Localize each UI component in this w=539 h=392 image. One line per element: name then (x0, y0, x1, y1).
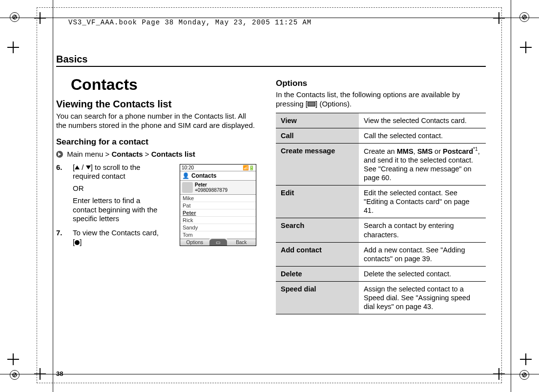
subheading-searching: Searching for a contact (56, 137, 256, 147)
options-intro-a: In the Contacts list, the following opti… (276, 90, 460, 108)
phone-time: 10:20 (182, 165, 194, 170)
softkey-mid: ▭ (209, 239, 227, 246)
nav-arrow-icon (56, 151, 63, 158)
select-key-icon (75, 240, 80, 245)
list-item: Mike (180, 195, 256, 202)
opt-val: Edit the selected contact. See "Editing … (359, 186, 486, 218)
nav-b2: Contacts list (151, 150, 195, 158)
list-item: Rick (180, 217, 256, 224)
opt-key: Add contact (276, 242, 359, 266)
crosshair-mbl (7, 353, 19, 365)
preview-number: +09809887879 (195, 187, 228, 193)
opt-val: Call the selected contact. (359, 128, 486, 143)
nav-sep: > (145, 150, 149, 158)
table-row: Add contactAdd a new contact. See "Addin… (276, 242, 486, 266)
page-number: 38 (56, 370, 63, 377)
softkey-left: Options (180, 239, 209, 246)
book-header: VS3_VF_AAA.book Page 38 Monday, May 23, … (68, 19, 311, 26)
table-row: Create message Create an MMS, SMS or Pos… (276, 143, 486, 185)
contacts-icon: 👤 (182, 172, 189, 179)
up-arrow-icon (75, 165, 80, 169)
nav-path: Main menu > Contacts > Contacts list (56, 150, 256, 158)
opt-val: Create an MMS, SMS or Postcard*1, and se… (359, 143, 486, 185)
options-heading: Options (276, 79, 486, 88)
list-item-selected: Peter (180, 209, 256, 217)
down-arrow-icon (86, 165, 91, 169)
preview-name: Peter (195, 182, 228, 187)
opt-val: Search a contact by entering characters. (359, 218, 486, 242)
step-7: To view the Contacts card, [] (56, 228, 159, 247)
table-row: CallCall the selected contact. (276, 128, 486, 143)
list-item: Pat (180, 202, 256, 209)
steps-list: [ / ] to scroll to the required contact … (56, 163, 159, 252)
page-content: Basics Contacts Viewing the Contacts lis… (56, 54, 486, 314)
step6-text-a: ] to scroll to the required contact (73, 163, 140, 181)
opt-val: View the selected Contacts card. (359, 113, 486, 128)
opt-key: Edit (276, 186, 359, 218)
col-left: Contacts Viewing the Contacts list You c… (56, 67, 256, 314)
list-item: Tom (180, 231, 256, 239)
opt-val: Delete the selected contact. (359, 266, 486, 281)
opt-key: Speed dial (276, 282, 359, 314)
list-item: Sandy (180, 224, 256, 231)
phone-statusbar: 10:20 📶🔋 (180, 165, 256, 171)
reg-mark-tl (10, 12, 20, 22)
opt-key: Search (276, 218, 359, 242)
step6-or: OR (73, 184, 159, 193)
subheading-viewing: Viewing the Contacts list (56, 99, 256, 110)
step-6: [ / ] to scroll to the required contact … (56, 163, 159, 224)
table-row: DeleteDelete the selected contact. (276, 266, 486, 281)
reg-mark-bl (10, 370, 20, 380)
options-intro: In the Contacts list, the following opti… (276, 90, 486, 109)
options-intro-b: ] (Options). (315, 100, 352, 108)
section-heading: Basics (56, 54, 486, 67)
softkey-icon (308, 102, 315, 106)
phone-screenshot: 10:20 📶🔋 👤 Contacts Peter +09809887879 (180, 164, 256, 246)
step6-text-b: Enter letters to find a contact beginnin… (73, 196, 159, 224)
options-table: ViewView the selected Contacts card. Cal… (276, 113, 486, 315)
step7-text-a: To view the Contacts card, [ (73, 228, 159, 246)
phone-title: Contacts (191, 172, 216, 179)
table-row: ViewView the selected Contacts card. (276, 113, 486, 128)
nav-pre: Main menu > (67, 150, 109, 158)
page-title: Contacts (71, 76, 256, 94)
opt-key: Delete (276, 266, 359, 281)
opt-key: Create message (276, 143, 359, 185)
opt-key: Call (276, 128, 359, 143)
table-row: SearchSearch a contact by entering chara… (276, 218, 486, 242)
intro-text: You can search for a phone number in the… (56, 112, 256, 130)
phone-signal-icon: 📶🔋 (243, 165, 254, 170)
softkey-right: Back (227, 239, 256, 246)
crosshair-mr (520, 41, 532, 53)
opt-val: Assign the selected contact to a Speed d… (359, 282, 486, 314)
table-row: EditEdit the selected contact. See "Edit… (276, 186, 486, 218)
step7-text-b: ] (80, 238, 82, 246)
nav-b1: Contacts (111, 150, 143, 158)
reg-mark-tr (519, 12, 529, 22)
reg-mark-br (519, 370, 529, 380)
opt-key: View (276, 113, 359, 128)
table-row: Speed dialAssign the selected contact to… (276, 282, 486, 314)
crosshair-ml (7, 41, 19, 53)
contact-avatar-icon (182, 182, 193, 193)
phone-contact-list: Mike Pat Peter Rick Sandy Tom (180, 195, 256, 239)
opt-val: Add a new contact. See "Adding contacts"… (359, 242, 486, 266)
crosshair-mbr (520, 353, 532, 365)
col-right: Options In the Contacts list, the follow… (276, 67, 486, 314)
crop-vline-r (511, 0, 511, 392)
